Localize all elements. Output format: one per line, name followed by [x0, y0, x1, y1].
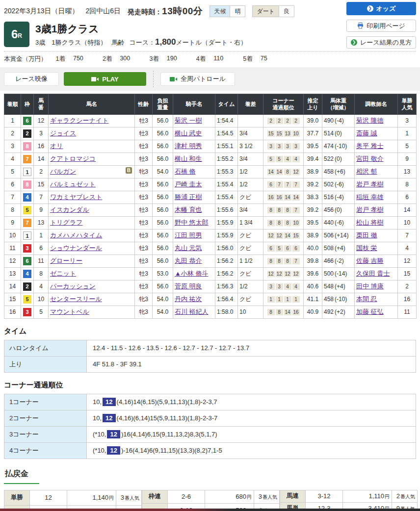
- jockey-link[interactable]: 石川 裕紀人: [175, 308, 209, 315]
- trainer-link[interactable]: 宮田 敬介: [356, 155, 384, 162]
- trainer-link[interactable]: 松山 将樹: [356, 219, 384, 226]
- trainer-link[interactable]: 佐藤 吉勝: [356, 257, 384, 264]
- sex-age: 牡3: [135, 178, 153, 191]
- corner-order-post: (4,16)(6,14)15(5,9,11,13)(1,8)-2-3-7: [117, 414, 218, 422]
- jockey-link[interactable]: 丸田 恭介: [175, 257, 202, 264]
- trainer-link[interactable]: 奥平 雅士: [356, 142, 384, 150]
- corner-order-pre: 10,: [93, 398, 102, 406]
- trainer-link[interactable]: 加藤 征弘: [356, 308, 384, 315]
- table-row: 4714クアトロマジコ牡356.0横山 和生1:55.23/4554439.45…: [4, 153, 417, 165]
- jockey-link[interactable]: ▲小林 脩斗: [175, 270, 208, 277]
- last-3f-time: 39.2: [304, 204, 322, 216]
- last-3f-time: 39.6: [304, 267, 322, 280]
- margin: 3 1/2: [238, 140, 263, 153]
- horse-name-link[interactable]: トリグラフ: [50, 219, 83, 226]
- body-weight: 440: [324, 219, 334, 226]
- jockey-link[interactable]: 木幡 育也: [175, 206, 202, 213]
- waku-number: 2: [23, 129, 31, 138]
- body-weight: 490: [324, 117, 334, 124]
- print-page-button[interactable]: 印刷用ページ: [346, 20, 416, 32]
- trainer-link[interactable]: 岩戸 孝樹: [356, 206, 384, 213]
- horse-name-link[interactable]: パーカッション: [50, 282, 96, 290]
- horse-number: 11: [34, 255, 49, 267]
- results-column-header: 着差: [238, 94, 263, 115]
- results-column-header: 負担 重量: [153, 94, 173, 115]
- odds-arrow-icon: ❯: [367, 5, 373, 12]
- track-label: ダート: [253, 6, 279, 17]
- trainer-link[interactable]: 久保田 貴士: [356, 270, 390, 277]
- waku-number: 5: [23, 295, 31, 304]
- win-popularity: 12: [398, 255, 417, 267]
- play-button[interactable]: PLAY: [64, 72, 146, 86]
- horse-name-link[interactable]: カメハメハタイム: [50, 231, 102, 239]
- horse-name-link[interactable]: マウントベル: [50, 308, 89, 315]
- odds-button[interactable]: ❯ オッズ: [346, 2, 416, 15]
- jockey-link[interactable]: 石橋 脩: [175, 168, 196, 175]
- horse-name-link[interactable]: イスカンダル: [50, 206, 89, 213]
- horse-name-link[interactable]: グローリー: [50, 257, 82, 264]
- margin: クビ: [238, 191, 263, 204]
- corner-pos: 3: [276, 143, 283, 150]
- trainer-link[interactable]: 菊沢 隆徳: [356, 117, 384, 124]
- sex-age: 牡3: [135, 191, 153, 204]
- time-row: 上り4F 51.8 - 3F 39.1: [4, 356, 416, 372]
- body-weight: 458: [324, 168, 334, 175]
- jockey-link[interactable]: 横山 和生: [175, 155, 202, 162]
- horse-name-link[interactable]: バルガン: [50, 168, 76, 175]
- trainer-link[interactable]: 栗田 徹: [356, 231, 377, 239]
- trainer-link[interactable]: 田中 博康: [356, 282, 384, 290]
- horse-name-link[interactable]: ジョイス: [50, 129, 76, 137]
- corner-positions: 3333: [265, 143, 302, 150]
- body-weight: 458: [324, 296, 334, 303]
- corner-positions: 881416: [265, 309, 302, 315]
- payout-amount: 1,110: [368, 492, 384, 500]
- jockey-link[interactable]: 菅原 明良: [175, 282, 202, 290]
- corner-pos: 3: [292, 143, 300, 150]
- jockey-link[interactable]: 横山 武史: [175, 129, 202, 137]
- payout-row: 単勝121,140円3番人気: [4, 490, 142, 505]
- horse-name-link[interactable]: ギャラクシーナイト: [50, 117, 108, 124]
- patrol-video-button[interactable]: 全周パトロール: [160, 72, 235, 86]
- horse-name-link[interactable]: ゼニット: [50, 270, 76, 277]
- finish-position: 14: [4, 280, 21, 293]
- jockey-link[interactable]: 菊沢 一樹: [175, 117, 202, 124]
- trainer-link[interactable]: 相沢 郁: [356, 168, 377, 175]
- trainer-link[interactable]: 岩戸 孝樹: [356, 180, 384, 188]
- margin: クビ: [238, 267, 263, 280]
- body-weight: 492: [324, 308, 334, 315]
- jockey-link[interactable]: 丹内 祐次: [175, 295, 202, 303]
- jockey-link[interactable]: 丸山 元気: [175, 244, 202, 252]
- trainer-link[interactable]: 稲垣 幸雄: [356, 193, 384, 201]
- horse-number: 1: [34, 229, 49, 242]
- body-weight-diff: (+4): [335, 283, 345, 290]
- race-video-button[interactable]: レース映像: [4, 72, 59, 86]
- trainer-link[interactable]: 斎藤 誠: [356, 129, 377, 137]
- horse-name-link[interactable]: ショウナンダール: [50, 244, 102, 252]
- jockey-link[interactable]: 江田 照男: [175, 231, 202, 239]
- results-column-header: 枠: [21, 94, 34, 115]
- trainer-link[interactable]: 本間 忍: [356, 295, 377, 303]
- results-column-header: 性齢: [135, 94, 153, 115]
- horse-name-link[interactable]: オリ: [50, 142, 63, 150]
- load-weight: 54.0: [153, 165, 173, 178]
- margin: 10: [238, 306, 263, 318]
- body-weight: 516: [324, 194, 334, 201]
- win-popularity: 16: [398, 293, 417, 306]
- waku-number: 6: [23, 117, 31, 125]
- result-guide-label: レース結果の見方: [360, 38, 412, 47]
- jockey-link[interactable]: 戸崎 圭太: [175, 180, 202, 188]
- horse-name-link[interactable]: センタースリール: [50, 295, 102, 303]
- jockey-link[interactable]: 勝浦 正樹: [175, 193, 202, 201]
- trainer-link[interactable]: 国枝 栄: [356, 244, 377, 252]
- result-guide-button[interactable]: ❯ レース結果の見方: [346, 36, 416, 49]
- jockey-link[interactable]: 津村 明秀: [175, 142, 202, 150]
- horse-name-link[interactable]: クアトロマジコ: [50, 155, 96, 162]
- waku-number: 7: [23, 219, 31, 227]
- horse-name-link[interactable]: ワカミヤブレスト: [50, 193, 102, 201]
- winner-highlight: 12: [107, 446, 120, 455]
- horse-name-link[interactable]: バルミュゼット: [50, 180, 96, 188]
- corner-row-value: 10,12(4,16)(6,14)15(5,9,11,13)(1,8)-2-3-…: [87, 410, 416, 426]
- corner-row-label: 1コーナー: [4, 394, 87, 410]
- jockey-link[interactable]: 野中 悠太郎: [175, 219, 209, 226]
- win-popularity: 10: [398, 216, 417, 229]
